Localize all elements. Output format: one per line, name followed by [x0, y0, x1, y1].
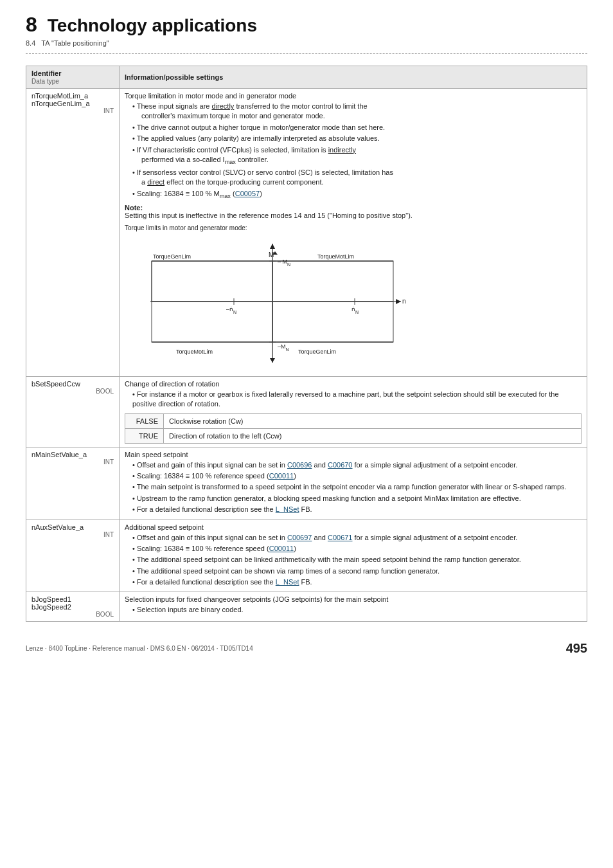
- info-title: Main speed setpoint: [125, 451, 582, 458]
- bool-key: FALSE: [125, 413, 164, 428]
- svg-text:TorqueMotLim: TorqueMotLim: [317, 253, 354, 260]
- list-item: For a detailed functional description se…: [132, 505, 582, 514]
- svg-text:M: M: [269, 251, 274, 258]
- svg-text:TorqueMotLim: TorqueMotLim: [176, 348, 213, 355]
- info-cell: Main speed setpoint Offset and gain of t…: [120, 447, 587, 520]
- link-c00011-2[interactable]: C00011: [269, 545, 294, 552]
- svg-text:– MN: – MN: [278, 258, 290, 267]
- list-item: Offset and gain of this input signal can…: [132, 460, 582, 470]
- list-item: For instance if a motor or gearbox is fi…: [132, 390, 582, 410]
- page-footer: Lenze · 8400 TopLine · Reference manual …: [26, 641, 587, 656]
- svg-marker-25: [270, 358, 275, 363]
- info-cell: Selection inputs for fixed changeover se…: [120, 592, 587, 622]
- page-header: 8 Technology applications: [26, 13, 587, 37]
- table-row: FALSE Clockwise rotation (Cw): [125, 413, 582, 428]
- bool-value: Direction of rotation to the left (Ccw): [164, 428, 582, 443]
- link-lnset-2[interactable]: L_NSet: [276, 578, 299, 586]
- bullet-list: These input signals are directly transfe…: [125, 102, 582, 201]
- info-cell: Torque limitation in motor mode and in g…: [120, 89, 587, 377]
- list-item: The main setpoint is transformed to a sp…: [132, 482, 582, 492]
- link-c00057[interactable]: C00057: [235, 190, 260, 197]
- identifier-cell: bJogSpeed1bJogSpeed2 BOOL: [26, 592, 120, 622]
- info-title: Change of direction of rotation: [125, 380, 582, 388]
- link-c00697[interactable]: C00697: [287, 534, 312, 541]
- chapter-number: 8: [26, 13, 37, 37]
- bullet-list: Offset and gain of this input signal can…: [125, 533, 582, 588]
- svg-rect-4: [152, 261, 272, 302]
- svg-rect-9: [272, 302, 393, 342]
- table-row: nTorqueMotLim_anTorqueGenLim_a INT Torqu…: [26, 89, 587, 377]
- bool-table: FALSE Clockwise rotation (Cw) TRUE Direc…: [125, 413, 582, 444]
- svg-text:ṅN: ṅN: [351, 306, 359, 314]
- list-item: The additional speed setpoint can be sho…: [132, 566, 582, 576]
- list-item: Upstream to the ramp function generator,…: [132, 494, 582, 503]
- info-cell: Change of direction of rotation For inst…: [120, 376, 587, 447]
- list-item: Selection inputs are binary coded.: [132, 605, 582, 615]
- list-item: Scaling: 16384 ≡ 100 % Mmax (C00057): [132, 189, 582, 201]
- list-item: The drive cannot output a higher torque …: [132, 123, 582, 132]
- table-row: nMainSetValue_a INT Main speed setpoint …: [26, 447, 587, 520]
- svg-marker-2: [396, 299, 401, 304]
- table-header-row: Identifier Data type Information/possibl…: [26, 66, 587, 89]
- svg-text:TorqueGenLim: TorqueGenLim: [298, 348, 336, 355]
- section-divider: [26, 53, 587, 54]
- info-cell: Additional speed setpoint Offset and gai…: [120, 520, 587, 592]
- list-item: Offset and gain of this input signal can…: [132, 533, 582, 543]
- list-item: If sensorless vector control (SLVC) or s…: [132, 168, 582, 188]
- list-item: If V/f characteristic control (VFCplus) …: [132, 145, 582, 167]
- page-number: 495: [566, 641, 587, 656]
- bool-key: TRUE: [125, 428, 164, 443]
- link-c00011-1[interactable]: C00011: [269, 472, 294, 480]
- bool-value: Clockwise rotation (Cw): [164, 413, 582, 428]
- link-c00671[interactable]: C00671: [328, 534, 353, 541]
- link-c00696[interactable]: C00696: [287, 461, 312, 469]
- svg-rect-8: [152, 302, 272, 342]
- identifier-cell: nTorqueMotLim_anTorqueGenLim_a INT: [26, 89, 120, 377]
- torque-chart-container: Torque limits in motor and generator mod…: [125, 224, 582, 369]
- list-item: Scaling: 16384 ≡ 100 % reference speed (…: [132, 544, 582, 554]
- footer-text: Lenze · 8400 TopLine · Reference manual …: [26, 645, 253, 652]
- link-lnset-1[interactable]: L_NSet: [276, 505, 299, 513]
- svg-marker-3: [270, 244, 275, 249]
- list-item: The applied values (any polarity) are in…: [132, 134, 582, 143]
- svg-text:–MN: –MN: [278, 343, 289, 352]
- col-identifier-header: Identifier Data type: [26, 66, 120, 89]
- identifier-cell: nMainSetValue_a INT: [26, 447, 120, 520]
- table-row: TRUE Direction of rotation to the left (…: [125, 428, 582, 443]
- bullet-list: Selection inputs are binary coded.: [125, 605, 582, 615]
- main-table: Identifier Data type Information/possibl…: [26, 66, 587, 622]
- note-section: Note: Setting this input is ineffective …: [125, 204, 582, 219]
- section-label: 8.4 TA "Table positioning": [26, 39, 587, 47]
- info-title: Additional speed setpoint: [125, 523, 582, 531]
- identifier-cell: bSetSpeedCcw BOOL: [26, 376, 120, 447]
- col-info-header: Information/possible settings: [120, 66, 587, 89]
- list-item: The additional speed setpoint can be lin…: [132, 555, 582, 565]
- list-item: These input signals are directly transfe…: [132, 102, 582, 122]
- svg-text:TorqueGenLim: TorqueGenLim: [153, 253, 191, 260]
- svg-text:n: n: [402, 298, 406, 305]
- table-row: bJogSpeed1bJogSpeed2 BOOL Selection inpu…: [26, 592, 587, 622]
- bullet-list: Offset and gain of this input signal can…: [125, 460, 582, 515]
- info-title: Torque limitation in motor mode and in g…: [125, 92, 582, 100]
- svg-rect-7: [272, 261, 393, 302]
- svg-text:–ṅN: –ṅN: [226, 306, 236, 314]
- list-item: For a detailed functional description se…: [132, 577, 582, 587]
- chart-label: Torque limits in motor and generator mod…: [125, 224, 582, 231]
- table-row: bSetSpeedCcw BOOL Change of direction of…: [26, 376, 587, 447]
- list-item: Scaling: 16384 ≡ 100 % reference speed (…: [132, 471, 582, 481]
- info-title: Selection inputs for fixed changeover se…: [125, 595, 582, 603]
- torque-chart: TorqueGenLim M TorqueMotLim – MN –MN –ṅN: [125, 234, 420, 369]
- table-row: nAuxSetValue_a INT Additional speed setp…: [26, 520, 587, 592]
- identifier-cell: nAuxSetValue_a INT: [26, 520, 120, 592]
- bullet-list: For instance if a motor or gearbox is fi…: [125, 390, 582, 410]
- chapter-title: Technology applications: [48, 15, 257, 36]
- link-c00670[interactable]: C00670: [328, 461, 353, 469]
